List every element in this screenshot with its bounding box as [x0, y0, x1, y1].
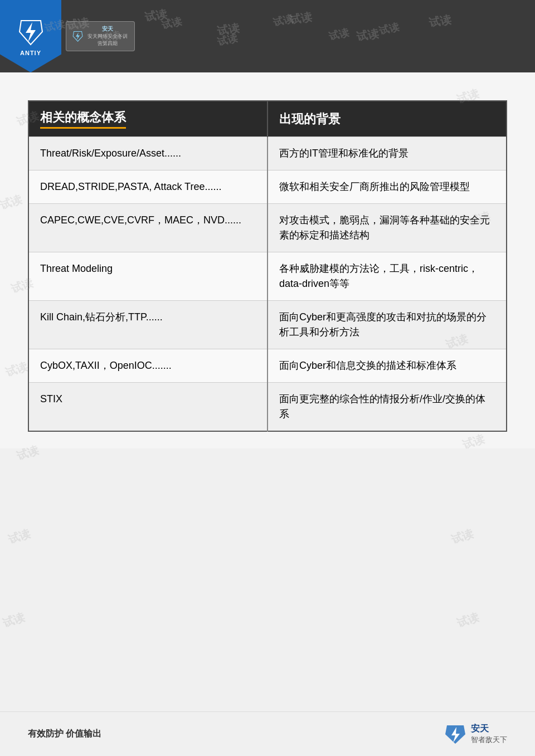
col1-header: 相关的概念体系	[28, 101, 268, 137]
table-row: CybOX,TAXII，OpenIOC.......面向Cyber和信息交换的描…	[28, 349, 507, 383]
table-cell-background: 各种威胁建模的方法论，工具，risk-centric，data-driven等等	[268, 252, 507, 301]
table-cell-background: 面向Cyber和更高强度的攻击和对抗的场景的分析工具和分析方法	[268, 301, 507, 349]
main-content: 相关的概念体系 出现的背景 Threat/Risk/Exposure/Asset…	[0, 72, 535, 448]
table-cell-background: 微软和相关安全厂商所推出的风险管理模型	[268, 170, 507, 204]
wm-b6: 试读	[7, 526, 33, 548]
wm-b7: 试读	[1, 609, 27, 631]
h-wm-1: 试读	[43, 17, 66, 35]
footer-slogan: 有效防护 价值输出	[28, 728, 101, 740]
h-wm-6: 试读	[328, 26, 351, 43]
footer-antiy-icon	[444, 724, 466, 744]
table-row: STIX面向更完整的综合性的情报分析/作业/交换的体系	[28, 383, 507, 432]
table-cell-concept: CAPEC,CWE,CVE,CVRF，MAEC，NVD......	[28, 204, 268, 252]
footer: 有效防护 价值输出 安天 智者敌天下	[0, 711, 535, 756]
table-cell-background: 对攻击模式，脆弱点，漏洞等各种基础的安全元素的标定和描述结构	[268, 204, 507, 252]
table-cell-concept: DREAD,STRIDE,PASTA, Attack Tree......	[28, 170, 268, 204]
table-row: Threat/Risk/Exposure/Asset......西方的IT管理和…	[28, 137, 507, 170]
table-cell-concept: STIX	[28, 383, 268, 432]
table-cell-concept: Threat Modeling	[28, 252, 268, 301]
table-row: DREAD,STRIDE,PASTA, Attack Tree......微软和…	[28, 170, 507, 204]
wm-r6: 试读	[455, 609, 481, 631]
wm-r5: 试读	[450, 526, 476, 548]
footer-brand: 安天 智者敌天下	[471, 723, 507, 745]
table-row: CAPEC,CWE,CVE,CVRF，MAEC，NVD......对攻击模式，脆…	[28, 204, 507, 252]
h-wm-4: 试读	[216, 31, 239, 49]
table-row: Threat Modeling各种威胁建模的方法论，工具，risk-centri…	[28, 252, 507, 301]
h-wm-2: 试读	[99, 28, 122, 46]
footer-right: 安天 智者敌天下	[444, 723, 507, 745]
table-cell-background: 西方的IT管理和标准化的背景	[268, 137, 507, 170]
header-watermarks: 试读 试读 试读 试读 试读 试读 试读	[0, 0, 535, 72]
table-cell-background: 面向Cyber和信息交换的描述和标准体系	[268, 349, 507, 383]
h-wm-3: 试读	[160, 14, 183, 32]
col2-header: 出现的背景	[268, 101, 507, 137]
h-wm-5: 试读	[272, 12, 295, 30]
h-wm-7: 试读	[378, 20, 401, 38]
table-cell-background: 面向更完整的综合性的情报分析/作业/交换的体系	[268, 383, 507, 432]
table-cell-concept: Threat/Risk/Exposure/Asset......	[28, 137, 268, 170]
table-cell-concept: CybOX,TAXII，OpenIOC.......	[28, 349, 268, 383]
main-table: 相关的概念体系 出现的背景 Threat/Risk/Exposure/Asset…	[28, 100, 507, 432]
header: ANTIY 试读 试读 试读 试读 试读 试读 试读 安天 安天网络安全冬训营第…	[0, 0, 535, 72]
table-cell-concept: Kill Chain,钻石分析,TTP......	[28, 301, 268, 349]
table-row: Kill Chain,钻石分析,TTP......面向Cyber和更高强度的攻击…	[28, 301, 507, 349]
